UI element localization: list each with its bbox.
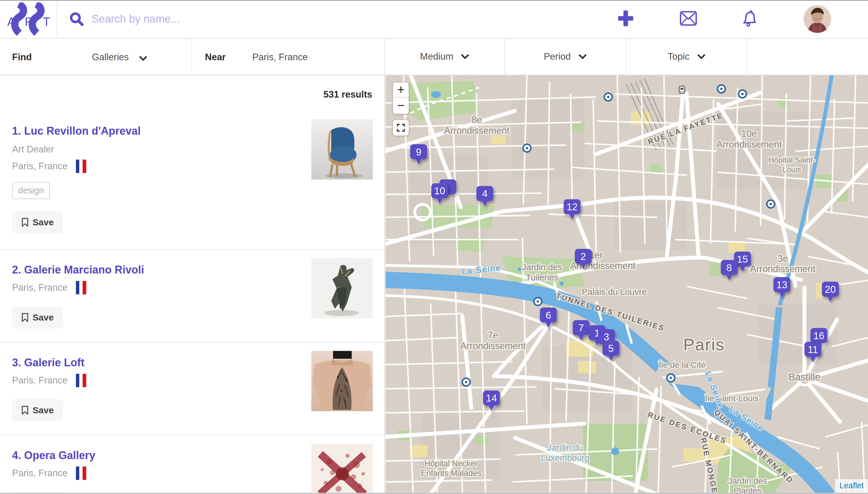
gallery-thumbnail[interactable] [311, 444, 373, 494]
svg-text:Paris: Paris [683, 335, 724, 354]
filter-find: Find Galleries [0, 39, 192, 75]
france-flag-icon [76, 374, 86, 387]
list-item[interactable]: 4. Opera Gallery Paris, France Save [0, 435, 384, 494]
chevron-down-icon [461, 54, 469, 59]
results-count: 531 results [0, 75, 384, 107]
filter-bar: Find Galleries Near Paris, France Medium… [0, 39, 868, 75]
train-station-icon [679, 86, 685, 93]
svg-text:10: 10 [434, 185, 445, 196]
art-logo-icon: A R T [5, 2, 51, 36]
window-top-edge [0, 0, 868, 1]
svg-text:Arrondissement: Arrondissement [444, 125, 509, 136]
bookmark-icon [21, 405, 29, 415]
svg-text:14: 14 [486, 393, 497, 404]
svg-text:R: R [25, 15, 34, 28]
svg-text:Jardin des: Jardin des [728, 476, 767, 486]
gallery-location: Paris, France [12, 282, 68, 293]
svg-text:Arrondissement: Arrondissement [750, 264, 816, 274]
svg-text:13: 13 [776, 279, 788, 290]
avatar [804, 5, 831, 33]
svg-text:12: 12 [567, 201, 578, 212]
gallery-title[interactable]: 2. Galerie Marciano Rivoli [12, 264, 300, 276]
period-label: Period [544, 51, 571, 62]
svg-text:15: 15 [737, 254, 748, 265]
svg-text:Enfants Malades: Enfants Malades [421, 469, 481, 478]
filter-near: Near Paris, France [192, 39, 385, 75]
svg-text:Tuileries: Tuileries [525, 272, 558, 282]
filter-period[interactable]: Period [505, 39, 626, 75]
search-input[interactable] [92, 13, 514, 25]
gallery-title[interactable]: 4. Opera Gallery [12, 449, 300, 462]
search-icon [69, 11, 85, 27]
bookmark-icon [21, 217, 29, 227]
gallery-thumbnail[interactable] [311, 258, 373, 318]
fullscreen-icon [396, 123, 405, 132]
map-attribution[interactable]: Leaflet [835, 479, 868, 493]
svg-text:7e: 7e [488, 330, 498, 340]
svg-text:Arrondissement: Arrondissement [460, 341, 525, 351]
near-value-input[interactable]: Paris, France [252, 52, 308, 63]
svg-text:8e: 8e [472, 114, 482, 125]
svg-text:Louis: Louis [782, 165, 801, 174]
chevron-down-icon [579, 54, 587, 59]
app-window: A R T [0, 0, 868, 494]
gallery-title[interactable]: 1. Luc Revillon d'Apreval [12, 125, 300, 137]
svg-text:9: 9 [416, 146, 421, 157]
svg-text:5: 5 [608, 343, 614, 354]
search-bar [63, 0, 514, 38]
gallery-thumbnail[interactable] [311, 119, 373, 179]
france-flag-icon [76, 160, 86, 173]
gallery-location: Paris, France [12, 375, 68, 386]
gallery-location: Paris, France [12, 161, 68, 172]
window-bottom-edge [0, 493, 868, 494]
list-item[interactable]: 3. Galerie Loft Paris, France Save [0, 342, 384, 435]
envelope-icon [680, 11, 697, 26]
save-button[interactable]: Save [12, 211, 63, 233]
map-canvas[interactable]: 8e Arrondissement 10e Arrondissement Hôp… [386, 75, 868, 494]
messages-button[interactable] [680, 11, 697, 27]
list-item[interactable]: 2. Galerie Marciano Rivoli Paris, France… [0, 250, 384, 342]
svg-text:Luxembourg: Luxembourg [541, 453, 590, 463]
topic-label: Topic [668, 51, 689, 62]
svg-text:8: 8 [726, 262, 732, 273]
near-label: Near [205, 52, 226, 63]
logo[interactable]: A R T [0, 0, 57, 39]
svg-text:Palais du Louvre: Palais du Louvre [582, 287, 647, 297]
svg-text:Jardin des: Jardin des [522, 262, 562, 272]
medium-label: Medium [420, 51, 453, 62]
svg-text:Hôpital Saint-: Hôpital Saint- [768, 155, 815, 165]
svg-text:20: 20 [825, 284, 836, 295]
map-zoom-control: + − [393, 82, 409, 114]
filter-medium[interactable]: Medium [385, 39, 505, 75]
plus-icon [618, 11, 633, 26]
svg-text:6: 6 [546, 310, 551, 321]
header: A R T [0, 0, 868, 39]
find-value-dropdown[interactable]: Galleries [92, 52, 129, 63]
gallery-location: Paris, France [12, 468, 68, 479]
zoom-in-button[interactable]: + [393, 82, 409, 98]
list-item[interactable]: 1. Luc Revillon d'Apreval Art Dealer Par… [0, 107, 384, 250]
add-button[interactable] [618, 11, 633, 27]
svg-text:Bastille: Bastille [789, 372, 820, 383]
svg-text:Jardin du: Jardin du [547, 443, 583, 452]
zoom-out-button[interactable]: − [393, 98, 409, 113]
bell-icon [742, 10, 758, 27]
save-button[interactable]: Save [12, 399, 63, 421]
gallery-thumbnail[interactable] [311, 351, 373, 411]
profile-button[interactable] [804, 5, 831, 33]
fullscreen-button[interactable] [393, 120, 409, 136]
france-flag-icon [76, 281, 86, 294]
save-button[interactable]: Save [12, 306, 63, 329]
category-tag[interactable]: design [12, 182, 50, 199]
svg-text:3e: 3e [778, 253, 788, 264]
gallery-title[interactable]: 3. Galerie Loft [12, 356, 300, 369]
filter-topic[interactable]: Topic [626, 39, 747, 75]
map[interactable]: 8e Arrondissement 10e Arrondissement Hôp… [386, 75, 868, 494]
find-label: Find [12, 52, 32, 63]
bookmark-icon [21, 313, 29, 322]
chevron-down-icon[interactable] [139, 56, 147, 61]
france-flag-icon [76, 467, 86, 480]
notifications-button[interactable] [742, 10, 758, 28]
svg-text:11: 11 [808, 344, 818, 355]
filter-spacer [747, 39, 868, 75]
